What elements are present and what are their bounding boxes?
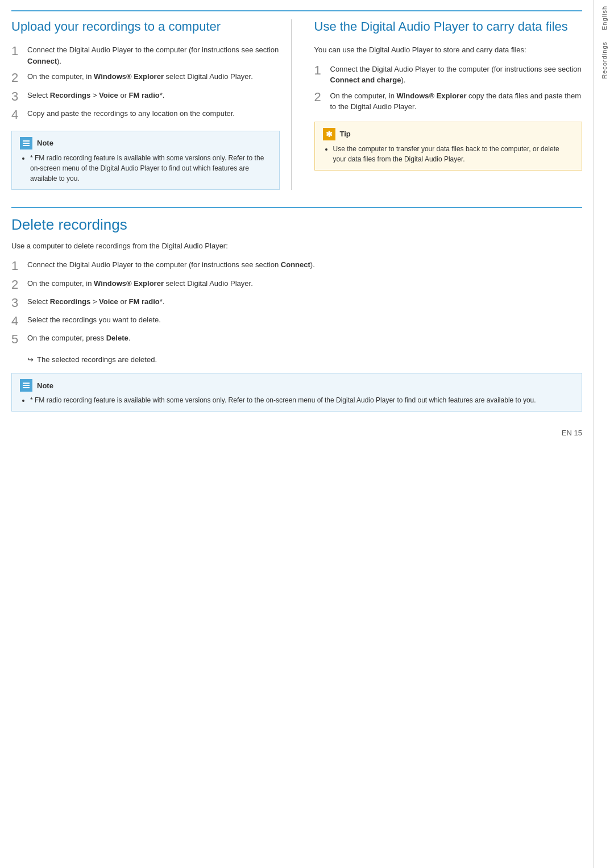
carry-tip-label: Tip xyxy=(340,130,351,138)
delete-note-box: Note * FM radio recording feature is ava… xyxy=(11,373,582,412)
note-icon-line-3 xyxy=(23,145,30,146)
delete-step-4: 4 Select the recordings you want to dele… xyxy=(11,314,582,328)
delete-section: Delete recordings Use a computer to dele… xyxy=(11,207,582,412)
upload-note-header: Note xyxy=(20,137,271,149)
delete-step-4-text: Select the recordings you want to delete… xyxy=(27,314,161,326)
delete-note-label: Note xyxy=(37,381,53,390)
delete-step-3-num: 3 xyxy=(11,296,27,310)
note-icon-line-2 xyxy=(23,143,30,144)
upload-step-3: 3 Select Recordings > Voice or FM radio*… xyxy=(11,90,280,103)
tip-icon: ✱ xyxy=(323,128,335,140)
upload-step-3-num: 3 xyxy=(11,90,27,103)
delete-result: ↪ The selected recordings are deleted. xyxy=(11,355,582,364)
carry-step-2-text: On the computer, in Windows® Explorer co… xyxy=(330,90,583,113)
upload-step-2-num: 2 xyxy=(11,71,27,85)
delete-note-header: Note xyxy=(20,379,574,392)
delete-intro: Use a computer to delete recordings from… xyxy=(11,240,582,252)
sidebar-recordings-label: Recordings xyxy=(601,41,608,79)
carry-tip-item: Use the computer to transfer your data f… xyxy=(333,144,574,164)
carry-step-2-num: 2 xyxy=(314,90,330,104)
upload-title: Upload your recordings to a computer xyxy=(11,19,280,34)
carry-section: Use the Digital Audio Player to carry da… xyxy=(309,19,583,190)
carry-tip-box: ✱ Tip Use the computer to transfer your … xyxy=(314,122,583,171)
delete-step-3: 3 Select Recordings > Voice or FM radio*… xyxy=(11,296,582,310)
delete-note-icon-line-2 xyxy=(23,385,30,386)
delete-title: Delete recordings xyxy=(11,216,582,234)
upload-note-item: * FM radio recording feature is availabl… xyxy=(30,153,271,184)
delete-note-icon xyxy=(20,379,32,392)
carry-title: Use the Digital Audio Player to carry da… xyxy=(314,19,583,34)
delete-step-4-num: 4 xyxy=(11,314,27,328)
delete-step-2-text: On the computer, in Windows® Explorer se… xyxy=(27,278,253,289)
upload-step-4-text: Copy and paste the recordings to any loc… xyxy=(27,108,235,119)
delete-step-1-num: 1 xyxy=(11,259,27,273)
upload-note-label: Note xyxy=(37,139,53,147)
note-icon xyxy=(20,137,32,149)
delete-note-icon-line-1 xyxy=(23,383,30,384)
upload-section: Upload your recordings to a computer 1 C… xyxy=(11,19,292,190)
delete-step-1-text: Connect the Digital Audio Player to the … xyxy=(27,259,315,271)
upload-step-4: 4 Copy and paste the recordings to any l… xyxy=(11,108,280,122)
upload-note-box: Note * FM radio recording feature is ava… xyxy=(11,131,280,190)
delete-step-5-num: 5 xyxy=(11,333,27,346)
delete-step-5-text: On the computer, press Delete. xyxy=(27,333,130,344)
note-icon-lines xyxy=(23,140,30,146)
carry-step-1: 1 Connect the Digital Audio Player to th… xyxy=(314,64,583,86)
upload-step-1-num: 1 xyxy=(11,44,27,58)
upload-step-2-text: On the computer, in Windows® Explorer se… xyxy=(27,71,253,82)
delete-result-text: The selected recordings are deleted. xyxy=(37,355,157,364)
delete-step-5: 5 On the computer, press Delete. xyxy=(11,333,582,346)
note-icon-line-1 xyxy=(23,140,30,142)
carry-step-1-text: Connect the Digital Audio Player to the … xyxy=(330,64,583,86)
sidebar-english-label: English xyxy=(601,6,608,30)
carry-tip-header: ✱ Tip xyxy=(323,128,574,140)
carry-step-1-num: 1 xyxy=(314,64,330,77)
delete-steps-list: 1 Connect the Digital Audio Player to th… xyxy=(11,259,582,346)
upload-step-1: 1 Connect the Digital Audio Player to th… xyxy=(11,44,280,67)
carry-intro: You can use the Digital Audio Player to … xyxy=(314,44,583,56)
delete-step-1: 1 Connect the Digital Audio Player to th… xyxy=(11,259,582,273)
delete-step-2: 2 On the computer, in Windows® Explorer … xyxy=(11,278,582,292)
page-number-row: EN 15 xyxy=(11,429,582,437)
delete-step-2-num: 2 xyxy=(11,278,27,292)
carry-steps-list: 1 Connect the Digital Audio Player to th… xyxy=(314,64,583,113)
upload-note-content: * FM radio recording feature is availabl… xyxy=(20,153,271,184)
result-arrow-icon: ↪ xyxy=(27,355,34,364)
delete-note-icon-line-3 xyxy=(23,387,30,388)
carry-tip-content: Use the computer to transfer your data f… xyxy=(323,144,574,164)
sidebar-right: English Recordings xyxy=(594,0,614,868)
upload-steps-list: 1 Connect the Digital Audio Player to th… xyxy=(11,44,280,122)
main-content: Upload your recordings to a computer 1 C… xyxy=(0,0,594,868)
delete-step-3-text: Select Recordings > Voice or FM radio*. xyxy=(27,296,164,308)
upload-step-3-text: Select Recordings > Voice or FM radio*. xyxy=(27,90,164,101)
delete-note-item: * FM radio recording feature is availabl… xyxy=(30,395,574,405)
upload-step-1-text: Connect the Digital Audio Player to the … xyxy=(27,44,280,67)
carry-step-2: 2 On the computer, in Windows® Explorer … xyxy=(314,90,583,113)
page-number: EN 15 xyxy=(562,429,582,437)
upload-step-4-num: 4 xyxy=(11,108,27,122)
upload-step-2: 2 On the computer, in Windows® Explorer … xyxy=(11,71,280,85)
page-container: Upload your recordings to a computer 1 C… xyxy=(0,0,614,868)
top-sections: Upload your recordings to a computer 1 C… xyxy=(11,10,582,190)
delete-note-icon-lines xyxy=(23,383,30,388)
delete-note-content: * FM radio recording feature is availabl… xyxy=(20,395,574,405)
